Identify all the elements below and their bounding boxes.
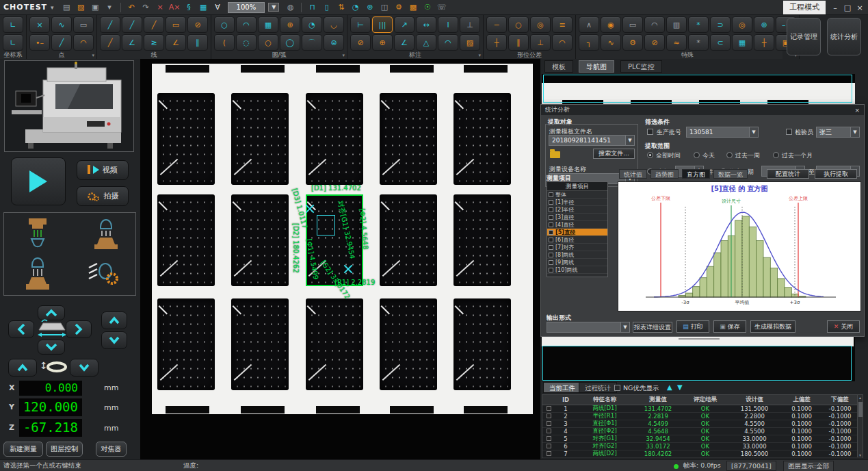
row-checkbox[interactable] — [547, 451, 551, 456]
pcb-panel[interactable] — [380, 93, 437, 185]
zoom-level-box[interactable]: 100% — [228, 2, 265, 13]
pick-icon[interactable]: § — [183, 1, 196, 13]
row-checkbox[interactable] — [547, 406, 551, 411]
ribbon-tool-icon[interactable]: * — [688, 34, 709, 51]
pcb-panel[interactable] — [453, 194, 511, 286]
measure-item-row[interactable]: [6]直径 — [547, 236, 607, 244]
ribbon-tool-icon[interactable]: ┼ — [754, 34, 774, 51]
ribbon-tool-icon[interactable]: ▭ — [73, 16, 94, 33]
ribbon-tool-icon[interactable]: ○ — [258, 34, 278, 51]
ribbon-tool-icon[interactable]: ( — [214, 34, 235, 51]
ribbon-tool-icon[interactable]: ╱ — [122, 16, 142, 33]
inspector-dropdown[interactable]: 张三▼ — [816, 127, 860, 138]
pcb-panel[interactable] — [380, 298, 437, 390]
ribbon-tool-icon[interactable]: ∧ — [579, 16, 599, 33]
pcb-panel[interactable] — [231, 93, 289, 185]
record-management-button[interactable]: 记录管理 — [787, 18, 821, 55]
ribbon-tool-icon[interactable]: ▥ — [666, 16, 687, 33]
chart-tab-1[interactable]: 统计值 — [619, 169, 647, 179]
ribbon-tool-icon[interactable]: I — [438, 16, 458, 33]
measure-item-row[interactable]: [5]直径 — [547, 229, 607, 236]
engineering-mode-button[interactable]: 工程模式 — [783, 1, 826, 14]
ribbon-tool-icon[interactable]: ○ — [508, 16, 529, 33]
ribbon-tool-icon[interactable]: △ — [416, 34, 436, 51]
output-format-dropdown[interactable]: ▼ — [547, 322, 630, 333]
results-tab-1[interactable]: 当前工件 — [543, 382, 581, 393]
right-tab-2[interactable]: 导航图 — [579, 60, 614, 73]
ribbon-tool-icon[interactable]: ∥ — [187, 34, 208, 51]
level-adjust-icon[interactable]: ⇅ — [334, 1, 347, 13]
ribbon-tool-icon[interactable]: ⊘ — [350, 34, 371, 51]
ribbon-tool-icon[interactable]: ⚙ — [622, 34, 643, 51]
ribbon-tool-icon[interactable]: ○ — [214, 16, 235, 33]
report-settings-button[interactable]: 报表详细设置 — [633, 322, 672, 333]
table-scrollbar[interactable]: ▴▾ — [857, 395, 863, 457]
right-tab-3[interactable]: PLC监控 — [620, 60, 662, 73]
ribbon-tool-icon[interactable]: ◠ — [438, 34, 458, 51]
dialog-close-icon[interactable]: × — [854, 107, 860, 114]
grid-icon[interactable]: ▦ — [197, 1, 210, 13]
ribbon-tool-icon[interactable]: ⊃ — [710, 16, 731, 33]
row-checkbox[interactable] — [547, 436, 551, 441]
stage-up-button[interactable] — [38, 305, 65, 320]
chart-tab-3[interactable]: 直方图 — [682, 169, 710, 179]
pcb-panel[interactable] — [453, 298, 511, 390]
move-down-arrow[interactable]: ▼ — [677, 383, 683, 391]
ribbon-tool-icon[interactable]: ▨ — [460, 34, 480, 51]
navigation-map-bottom[interactable] — [542, 337, 855, 381]
ribbon-tool-icon[interactable]: ⊕ — [372, 34, 393, 51]
ribbon-tool-icon[interactable]: ◎ — [530, 16, 551, 33]
dialog-close-button[interactable]: ✕关闭 — [827, 320, 860, 333]
ribbon-tool-icon[interactable]: ╱ — [100, 34, 120, 51]
phone-icon[interactable]: ☏ — [435, 1, 448, 13]
ribbon-tool-icon[interactable]: ◠ — [644, 16, 665, 33]
layer-control-button[interactable]: 图层控制 — [46, 442, 83, 457]
ribbon-tool-icon[interactable]: ⊕ — [280, 16, 300, 33]
camera-live-view[interactable]: [D1] 131.4702[D3] 1.0117[D2] 180.4262对齐[… — [140, 59, 540, 460]
print-button[interactable]: ▤打印 — [676, 320, 709, 333]
save-icon[interactable]: ▤ — [60, 1, 73, 13]
ribbon-tool-icon[interactable]: ◡ — [324, 16, 344, 33]
gear-icon[interactable]: ⚙ — [392, 1, 405, 13]
ribbon-tool-icon[interactable]: ≥ — [144, 34, 164, 51]
ribbon-tool-icon[interactable]: ⊥ — [530, 34, 551, 51]
globe-icon[interactable]: ☉ — [421, 1, 434, 13]
row-checkbox[interactable] — [547, 413, 551, 418]
ribbon-tool-icon[interactable]: ◎ — [732, 16, 752, 33]
measure-item-row[interactable]: [3]直径 — [547, 214, 607, 221]
video-button[interactable]: 视频 — [77, 160, 129, 180]
z-up-button[interactable] — [101, 311, 127, 329]
ribbon-tool-icon[interactable]: ◉ — [601, 16, 621, 33]
image-capture-icon[interactable]: ◍ — [284, 1, 297, 13]
ribbon-tool-icon[interactable]: ╱ — [144, 16, 164, 33]
logo-dropdown-arrow[interactable]: ▾ — [51, 4, 54, 11]
ribbon-tool-icon[interactable]: ∠ — [166, 34, 186, 51]
layer-display-toggle[interactable]: 图层显示:全部 — [783, 461, 834, 471]
results-tab-2[interactable]: 过程统计 — [579, 382, 617, 393]
execute-extract-button[interactable]: 执行提取 — [815, 169, 857, 179]
window-copy-arrow[interactable]: ▾ — [103, 1, 116, 13]
maximize-button[interactable]: □ — [842, 3, 853, 12]
ribbon-tool-icon[interactable]: ⊜ — [324, 34, 344, 51]
measure-item-row[interactable]: [8]两线 — [547, 251, 607, 259]
ribbon-tool-icon[interactable]: ◠ — [236, 16, 257, 33]
ribbon-tool-icon[interactable]: ↗ — [394, 16, 415, 33]
measure-item-row[interactable]: [1]半径 — [547, 199, 607, 206]
ribbon-tool-icon[interactable]: ◌ — [236, 34, 257, 51]
folder-icon[interactable] — [550, 151, 560, 158]
stage-down-button[interactable] — [38, 340, 65, 355]
right-tab-1[interactable]: 模板 — [544, 60, 573, 73]
minimize-button[interactable]: – — [830, 3, 841, 12]
row-checkbox[interactable] — [547, 429, 551, 433]
width-measure-icon[interactable]: ▯ — [320, 1, 333, 13]
ribbon-tool-icon[interactable]: ⊘ — [644, 34, 665, 51]
ribbon-tool-icon[interactable]: ⌒ — [302, 34, 322, 51]
measure-item-row[interactable]: [9]两线 — [547, 259, 607, 266]
lens-down-probe-icon[interactable] — [22, 217, 53, 251]
batch-dropdown[interactable]: 130581▼ — [686, 127, 759, 138]
measure-item-row[interactable]: [2]半径 — [547, 206, 607, 214]
row-checkbox[interactable] — [547, 444, 551, 448]
pcb-panel[interactable] — [380, 194, 437, 286]
batch-checkbox[interactable] — [647, 129, 653, 135]
height-measure-icon[interactable]: ⊓ — [306, 1, 319, 13]
